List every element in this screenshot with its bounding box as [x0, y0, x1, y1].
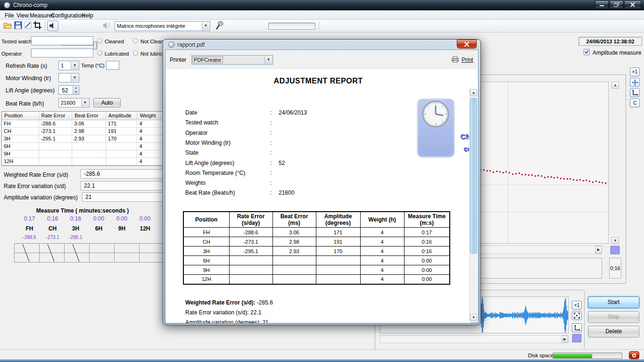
table-row[interactable]: 3H-295.12.931704 — [2, 135, 178, 143]
microphone-device-select[interactable]: Matrice microphones intégrée ▼ — [115, 21, 210, 31]
table-cell — [106, 143, 138, 150]
table-row[interactable]: 9H4 — [2, 150, 178, 158]
report-field-colon: : — [270, 170, 272, 176]
table-row[interactable]: 6H4 — [2, 143, 178, 150]
window-title: Chrono-comp — [13, 2, 48, 8]
combo-arrow-icon[interactable]: ▼ — [81, 99, 89, 107]
open-file-icon[interactable] — [3, 21, 12, 32]
column-header[interactable]: Amplitude — [106, 112, 138, 120]
combo-arrow-icon[interactable]: ▼ — [71, 62, 78, 69]
rate-dot — [531, 174, 533, 176]
restore-button[interactable] — [610, 0, 623, 9]
waveform-color-swatch[interactable] — [572, 334, 581, 342]
waveform-axes-button[interactable] — [572, 323, 582, 332]
column-header[interactable]: Rate Error — [39, 112, 73, 120]
lubricated-radio[interactable] — [97, 50, 102, 56]
report-scrollbar[interactable]: ▲ ▼ — [469, 89, 477, 321]
column-header[interactable]: Beat Error — [72, 112, 106, 120]
rate-dot — [509, 172, 510, 173]
report-field-label: Beat Rate (Beats/h) — [185, 189, 235, 196]
spinner-arrows[interactable]: ▲▼ — [73, 86, 79, 94]
volume-slider[interactable] — [61, 45, 99, 46]
chart-zoom-reset-button[interactable]: ×1 — [630, 67, 640, 76]
combo-arrow-icon[interactable]: ▼ — [71, 74, 78, 82]
measure-time-value: 0:00 — [110, 215, 133, 222]
report-table-cell: 0:00 — [404, 256, 450, 265]
report-field-colon: : — [270, 189, 272, 196]
chart-pan-button[interactable] — [630, 78, 640, 87]
record-indicator-icon[interactable] — [629, 351, 639, 359]
measurements-table[interactable]: PositionRate ErrorBeat ErrorAmplitudeWei… — [1, 111, 178, 166]
measure-time-value: 0:00 — [87, 215, 110, 222]
rate-dot — [595, 181, 597, 182]
chart-scroll-up-button[interactable]: ▲ — [611, 82, 619, 89]
measure-time-value: 0:17 — [18, 215, 41, 222]
start-button[interactable]: Start — [588, 296, 639, 308]
report-field-value: 24/06/2013 — [279, 109, 307, 116]
volume-slider-thumb[interactable] — [93, 41, 97, 49]
auto-button[interactable]: Auto — [93, 98, 121, 107]
lubricated-label: Lubricated — [105, 51, 129, 57]
table-row[interactable]: CH-273.12.981914 — [2, 128, 178, 135]
not-lubricated-radio[interactable] — [133, 50, 138, 56]
report-column-header: Beat Error(ms) — [272, 212, 316, 228]
chart-scroll-right-button[interactable]: ▶ — [595, 246, 602, 254]
refresh-rate-label: Refresh Rate (s) — [6, 63, 47, 69]
tested-watch-input[interactable] — [31, 36, 93, 45]
lift-angle-label: Lift Angle (degrees) — [6, 87, 55, 94]
report-scroll-thumb[interactable] — [470, 98, 477, 254]
report-table-cell: 4 — [360, 237, 404, 247]
rate-dot — [592, 181, 594, 183]
not-cleaned-radio[interactable] — [133, 38, 138, 43]
report-table-cell: 12H — [183, 275, 229, 284]
minimize-button[interactable] — [595, 0, 609, 9]
elapsed-time-value: 0:16 — [610, 265, 621, 271]
temp-input[interactable] — [106, 61, 119, 70]
chart-axes-button[interactable] — [630, 88, 640, 97]
cleaned-radio[interactable] — [97, 38, 102, 43]
speaker-toggle-button[interactable] — [47, 21, 58, 31]
table-row[interactable]: 12H4 — [2, 158, 178, 165]
menu-help[interactable]: Help — [80, 12, 95, 19]
trace-color-swatch[interactable] — [611, 246, 619, 254]
combo-arrow-icon[interactable]: ▼ — [202, 22, 209, 30]
report-scroll-up-button[interactable]: ▲ — [470, 89, 477, 96]
position-label: 3H — [64, 225, 87, 232]
stop-button[interactable]: Stop — [588, 311, 639, 323]
waveform-hscrollbar[interactable] — [380, 335, 569, 343]
report-table-cell — [316, 256, 360, 265]
edit-icon[interactable] — [25, 22, 32, 31]
column-header[interactable]: Position — [2, 112, 39, 120]
rate-dot — [560, 178, 561, 179]
waveform-zoom-reset-button[interactable]: ×1 — [572, 301, 582, 310]
lift-angle-spinner[interactable]: 52 ▲▼ — [58, 85, 79, 95]
print-link[interactable]: Print — [462, 57, 473, 63]
chart-scroll-down-button[interactable]: ▼ — [611, 237, 619, 244]
waveform-fit-button[interactable] — [572, 311, 582, 320]
delete-button[interactable]: Delete — [588, 326, 639, 337]
waveform-scroll-right-button[interactable]: ▶ — [561, 336, 568, 343]
crop-icon[interactable] — [33, 21, 42, 32]
operator-input[interactable] — [31, 49, 93, 58]
chart-clear-button[interactable]: C — [630, 99, 640, 107]
beat-rate-select[interactable]: 21600 ▼ — [58, 98, 90, 107]
report-column-header: Measure Time(m:s) — [404, 212, 450, 228]
motor-winding-select[interactable]: ▼ — [58, 73, 79, 82]
refresh-rate-select[interactable]: 1 ▼ — [58, 61, 79, 70]
table-cell: -295.1 — [39, 135, 73, 142]
report-table-cell — [272, 256, 316, 265]
report-field-colon: : — [270, 149, 272, 156]
report-field-label: Motor Winding (tr) — [185, 140, 231, 146]
dialog-close-button[interactable] — [457, 40, 477, 49]
combo-arrow-icon[interactable]: ▼ — [264, 56, 272, 64]
report-scroll-down-button[interactable]: ▼ — [470, 314, 477, 321]
table-row[interactable]: FH-288.63.061714 — [2, 120, 178, 128]
menu-file[interactable]: File — [3, 12, 16, 19]
close-button[interactable] — [624, 0, 641, 9]
printer-select[interactable]: PDFCreator ▼ — [191, 55, 273, 65]
report-field-colon: : — [270, 160, 272, 166]
report-table-row: FH-288.63.0617140:17 — [183, 228, 450, 237]
save-icon[interactable] — [14, 21, 22, 31]
amplitude-measure-checkbox[interactable] — [584, 49, 590, 55]
report-field-colon: : — [270, 109, 272, 116]
